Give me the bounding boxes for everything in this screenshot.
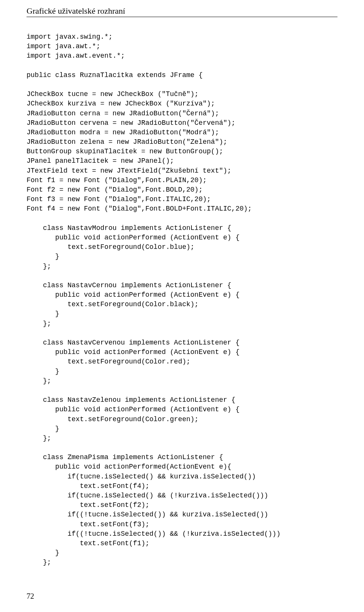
page-header: Grafické uživatelské rozhraní: [27, 6, 337, 17]
page-number: 72: [27, 592, 34, 601]
document-page: Grafické uživatelské rozhraní import jav…: [0, 0, 364, 612]
code-block: import javax.swing.*; import java.awt.*;…: [27, 32, 337, 568]
